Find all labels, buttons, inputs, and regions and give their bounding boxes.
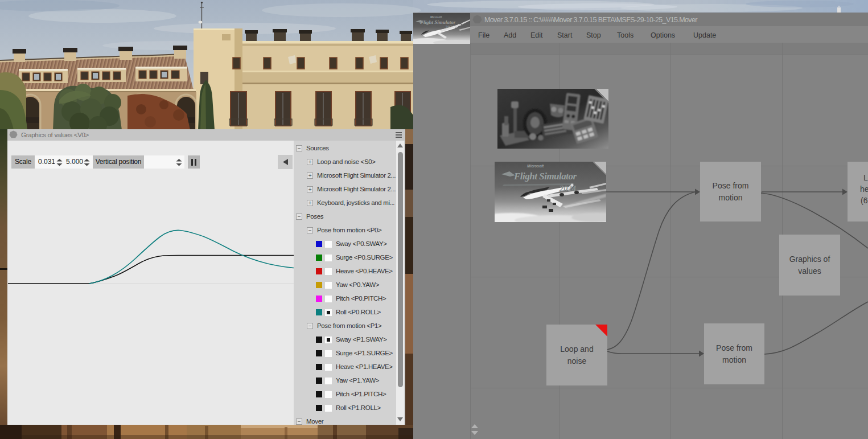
svg-text:Microsoft: Microsoft	[430, 16, 442, 19]
svg-text:Flight Simulator: Flight Simulator	[419, 19, 456, 25]
svg-text:Microsoft: Microsoft	[527, 164, 544, 168]
svg-text:Flight Simulator: Flight Simulator	[513, 171, 577, 182]
svg-text:2024: 2024	[559, 184, 576, 193]
